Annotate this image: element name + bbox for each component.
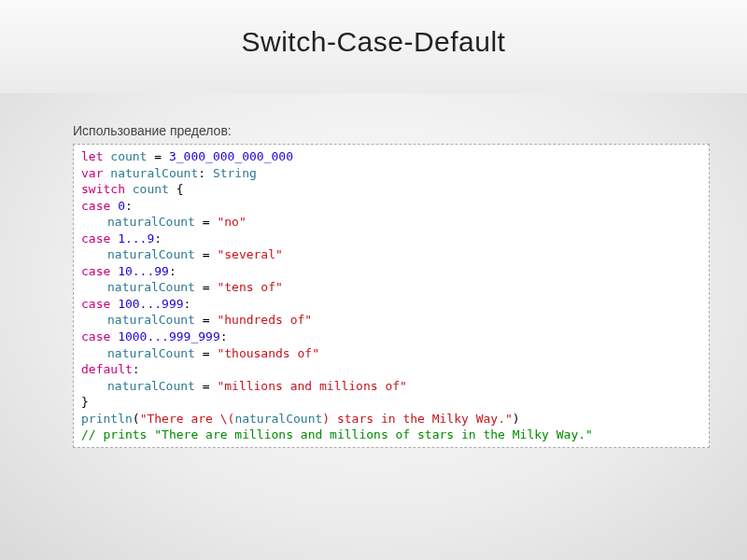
brace-open: { [176,182,184,196]
keyword-var: var [81,166,103,180]
keyword-case: case [81,264,110,278]
num-literal: 1...9 [118,231,154,245]
paren-close: ) [513,412,520,426]
ident-nc: naturalCount [107,313,195,327]
op-eq: = [203,280,210,294]
ident-nc: naturalCount [110,166,198,180]
paren-open: ( [133,412,140,426]
interp-open: \( [220,412,235,426]
ident-nc: naturalCount [107,247,195,261]
str-literal: "There are [140,412,220,426]
colon: : [169,264,176,278]
str-literal: "hundreds of" [217,313,312,327]
op-eq: = [203,247,210,261]
colon: : [154,231,162,245]
op-eq: = [203,215,210,229]
num-literal: 10...99 [118,264,169,278]
op-eq: = [203,346,210,360]
keyword-default: default [81,362,133,376]
brace-close: } [81,395,89,409]
num-literal: 1000...999_999 [118,329,220,343]
ident-nc: naturalCount [107,280,195,294]
colon: : [184,297,191,311]
interp-close: ) [322,412,330,426]
page-title: Switch-Case-Default [0,0,747,58]
colon: : [198,166,205,180]
ident-nc: naturalCount [234,412,322,426]
colon: : [125,199,133,213]
ident-count: count [133,182,169,196]
str-literal: "no" [217,215,246,229]
keyword-switch: switch [81,182,125,196]
keyword-case: case [81,329,110,343]
colon: : [133,362,140,376]
num-literal: 100...999 [118,297,183,311]
ident-nc: naturalCount [107,379,195,393]
type-string: String [213,166,257,180]
str-literal: "thousands of" [217,346,319,360]
str-literal: "tens of" [217,280,282,294]
comment: // prints "There are millions and millio… [81,427,593,441]
ident-nc: naturalCount [107,215,195,229]
ident-count: count [110,149,147,163]
num-literal: 3_000_000_000_000 [169,149,293,163]
ident-println: println [81,412,133,426]
str-literal: "several" [217,247,282,261]
op-eq: = [203,379,210,393]
subtitle: Использование пределов: [73,123,747,138]
ident-nc: naturalCount [107,346,195,360]
colon: : [220,329,228,343]
op-eq: = [154,149,162,163]
keyword-case: case [81,231,110,245]
keyword-let: let [81,149,103,163]
code-box: let count = 3_000_000_000_000 var natura… [73,144,710,448]
str-literal: "millions and millions of" [217,379,407,393]
str-literal: stars in the Milky Way." [330,412,513,426]
keyword-case: case [81,297,110,311]
num-literal: 0 [118,199,125,213]
keyword-case: case [81,199,110,213]
op-eq: = [203,313,210,327]
